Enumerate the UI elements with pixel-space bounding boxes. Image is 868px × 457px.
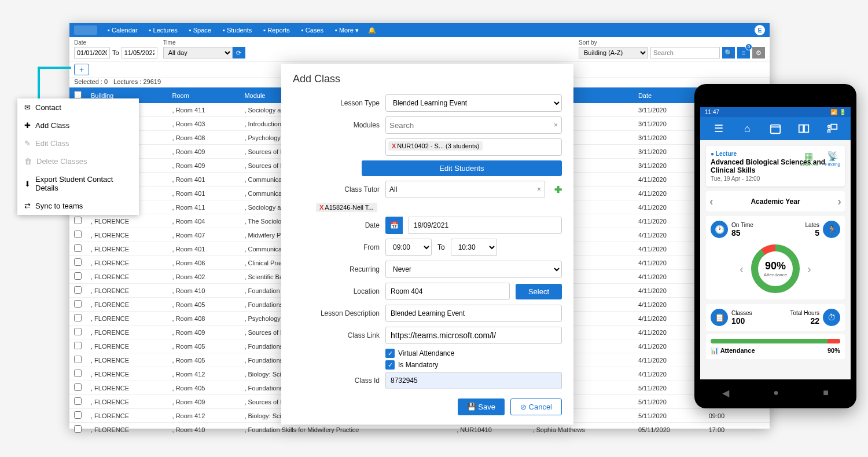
search-input[interactable] (650, 47, 720, 59)
lecture-date: Tue, 19 Apr - 12:00 (711, 176, 840, 182)
remove-chip-icon[interactable]: X (392, 142, 396, 149)
prev-year-icon[interactable]: ‹ (709, 195, 713, 208)
context-contact[interactable]: ✉Contact (17, 98, 139, 116)
lesson-type-select[interactable]: Blended Learning Event (385, 94, 562, 112)
topnav-item-students[interactable]: ▪ Students (218, 25, 256, 35)
row-checkbox[interactable] (74, 411, 82, 419)
lectures-count: Lectures : 29619 (113, 78, 161, 85)
date-to-input[interactable] (122, 47, 157, 59)
filter-button[interactable]: ≡0 (737, 47, 750, 59)
edit-students-button[interactable]: Edit Students (362, 160, 562, 176)
recents-icon[interactable]: ■ (823, 387, 829, 398)
date-from-input[interactable] (74, 47, 110, 59)
row-checkbox[interactable] (74, 231, 82, 238)
row-checkbox[interactable] (74, 272, 82, 280)
tutor-value[interactable]: All (389, 185, 537, 193)
next-year-icon[interactable]: › (837, 195, 841, 208)
home-icon[interactable]: ⌂ (738, 122, 756, 136)
room-cell: , Room 408 (168, 312, 240, 326)
modules-search-input[interactable] (389, 121, 554, 130)
to-time-select[interactable]: 10:30 (451, 239, 497, 256)
select-location-button[interactable]: Select (516, 284, 562, 299)
clear-tutor-icon[interactable]: × (537, 185, 541, 193)
module-chip[interactable]: XNUR10402 - S... (3 students) (388, 141, 483, 151)
column-header[interactable]: Date (634, 87, 704, 103)
select-all-checkbox[interactable] (74, 91, 82, 98)
home-circle-icon[interactable]: ● (773, 387, 779, 398)
building-cell: , FLORENCE (86, 256, 168, 270)
svg-rect-0 (771, 125, 781, 134)
topnav-item-lectures[interactable]: ▪ Lectures (145, 25, 182, 35)
from-time-select[interactable]: 09:00 (385, 239, 432, 256)
checkin-button[interactable]: ▦Check-In (800, 151, 818, 167)
date-cell: 5/11/2020 (634, 409, 704, 423)
date-cell: 3/11/2020 (634, 145, 704, 159)
add-button[interactable]: + (74, 64, 89, 75)
virtual-checkbox-row[interactable]: ✓ Virtual Attendance (385, 349, 562, 358)
row-checkbox[interactable] (74, 244, 82, 252)
calendar-nav-icon[interactable] (767, 122, 784, 136)
mandatory-checkbox-row[interactable]: ✓ Is Mandatory (385, 360, 562, 370)
row-checkbox[interactable] (74, 342, 82, 349)
topnav-item-cases[interactable]: ▪ Cases (297, 25, 328, 35)
row-checkbox[interactable] (74, 217, 82, 224)
calendar-icon[interactable]: 📅 (385, 217, 403, 234)
desc-input[interactable] (385, 305, 562, 322)
location-input[interactable] (385, 283, 510, 300)
room-cell: , Room 409 (168, 326, 240, 339)
app-logo[interactable] (74, 25, 97, 35)
bell-icon[interactable]: 🔔 (368, 27, 376, 34)
lecture-card[interactable]: ● Lecture Advanced Biological Sciences a… (706, 146, 845, 187)
row-checkbox[interactable] (74, 425, 82, 433)
sync-icon: ⇄ (24, 202, 31, 210)
row-checkbox[interactable] (74, 383, 82, 391)
row-checkbox[interactable] (74, 370, 82, 377)
row-checkbox[interactable] (74, 314, 82, 321)
row-checkbox[interactable] (74, 328, 82, 335)
search-button[interactable]: 🔍 (722, 47, 735, 59)
date-cell: 4/11/2020 (634, 214, 704, 228)
topnav-item-reports[interactable]: ▪ Reports (259, 25, 294, 35)
checkbox-checked-icon[interactable]: ✓ (385, 360, 395, 370)
remove-tutor-icon[interactable]: X (319, 204, 323, 211)
date-cell: 4/11/2020 (634, 284, 704, 298)
attendance-bar (711, 339, 840, 343)
classid-input[interactable] (385, 372, 562, 389)
recurring-select[interactable]: Never (385, 261, 562, 278)
clear-icon[interactable]: × (554, 121, 558, 129)
context-edit-class: ✎Edit Class (17, 134, 139, 152)
refresh-button[interactable]: ⟳ (233, 47, 245, 59)
column-header[interactable]: Room (168, 87, 240, 103)
prev-chart-icon[interactable]: ‹ (740, 262, 744, 276)
add-tutor-icon[interactable]: ✚ (554, 184, 562, 195)
cancel-button[interactable]: ⊘ Cancel (510, 398, 562, 415)
row-checkbox[interactable] (74, 397, 82, 405)
topnav-item-more[interactable]: ▪ More ▾ (330, 25, 363, 35)
date-input[interactable] (409, 217, 562, 234)
back-icon[interactable]: ◀ (722, 387, 729, 398)
next-chart-icon[interactable]: › (807, 262, 811, 276)
tutor-chip[interactable]: XA158246-Neil T... (316, 203, 377, 212)
row-checkbox[interactable] (74, 356, 82, 363)
topnav-item-space[interactable]: ▪ Space (185, 25, 216, 35)
context-add-class[interactable]: ✚Add Class (17, 116, 139, 134)
menu-icon[interactable]: ☰ (710, 122, 727, 136)
row-checkbox[interactable] (74, 286, 82, 294)
checkbox-checked-icon[interactable]: ✓ (385, 349, 395, 358)
link-input[interactable] (385, 327, 562, 344)
teacher-icon[interactable] (823, 122, 841, 136)
edit-icon: ✎ (24, 139, 31, 148)
context-export[interactable]: ⬇Export Student Contact Details (17, 170, 139, 197)
book-icon[interactable] (795, 122, 812, 136)
time-select[interactable]: All day (163, 47, 233, 59)
context-sync[interactable]: ⇄Sync to teams (17, 197, 139, 215)
topnav-item-calendar[interactable]: ▪ Calendar (103, 25, 142, 35)
row-checkbox[interactable] (74, 300, 82, 308)
save-button[interactable]: 💾 Save (458, 398, 505, 415)
row-checkbox[interactable] (74, 258, 82, 266)
finding-button[interactable]: 📡Finding (825, 151, 840, 167)
user-avatar[interactable]: E (755, 25, 765, 35)
settings-button[interactable]: ⚙ (752, 47, 765, 59)
selected-count: Selected : 0 (74, 78, 108, 85)
sort-select[interactable]: Building (A-Z) (579, 47, 648, 59)
